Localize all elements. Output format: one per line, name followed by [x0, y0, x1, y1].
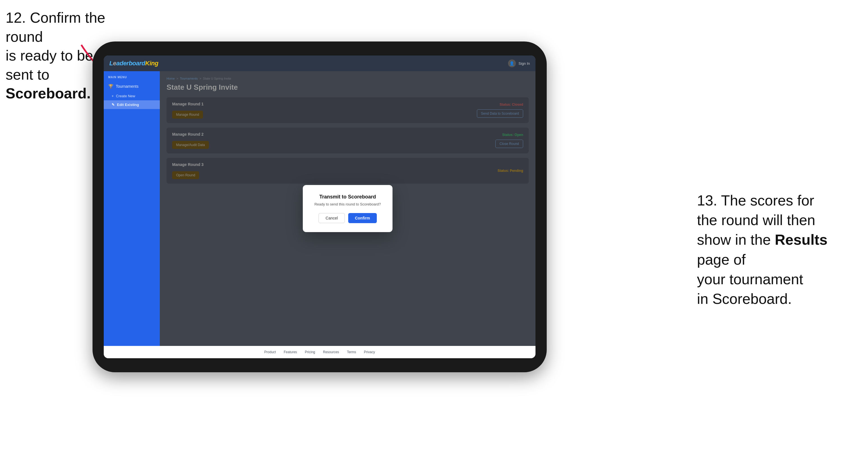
footer-resources[interactable]: Resources	[323, 350, 339, 354]
app-body: MAIN MENU 🏆 Tournaments + Create New ✎ E…	[104, 71, 535, 346]
sidebar-edit-label: Edit Existing	[117, 102, 139, 107]
footer-privacy[interactable]: Privacy	[364, 350, 375, 354]
instruction-line1: 12. Confirm the round	[6, 9, 105, 45]
instruction-bottom-line3: show in the	[697, 231, 771, 248]
sidebar-item-tournaments[interactable]: 🏆 Tournaments	[104, 81, 160, 92]
sidebar-create-label: Create New	[116, 94, 135, 98]
footer-terms[interactable]: Terms	[347, 350, 356, 354]
modal-subtitle: Ready to send this round to Scoreboard?	[313, 202, 382, 206]
instruction-bottom-line4: page of	[697, 251, 746, 268]
instruction-bottom-line1: 13. The scores for	[697, 192, 814, 209]
instruction-bottom-line2: the round will then	[697, 212, 815, 228]
sidebar-tournaments-label: Tournaments	[116, 84, 138, 89]
instruction-bottom: 13. The scores for the round will then s…	[697, 191, 860, 309]
confirm-button[interactable]: Confirm	[348, 213, 377, 223]
avatar: 👤	[508, 59, 516, 67]
tablet-frame: LeaderboardKing 👤 Sign In MAIN MENU 🏆 To…	[93, 41, 547, 372]
header-right: 👤 Sign In	[508, 59, 530, 67]
sidebar: MAIN MENU 🏆 Tournaments + Create New ✎ E…	[104, 71, 160, 346]
app-header: LeaderboardKing 👤 Sign In	[104, 56, 535, 71]
sidebar-section-label: MAIN MENU	[104, 71, 160, 81]
cancel-button[interactable]: Cancel	[318, 213, 345, 223]
footer-features[interactable]: Features	[284, 350, 297, 354]
plus-icon: +	[112, 94, 114, 98]
trophy-icon: 🏆	[108, 84, 114, 89]
content-area: Home > Tournaments > State U Spring Invi…	[160, 71, 535, 346]
modal-buttons: Cancel Confirm	[313, 213, 382, 223]
instruction-line3: Scoreboard.	[6, 85, 91, 101]
sign-in-button[interactable]: Sign In	[519, 61, 530, 66]
instruction-bottom-line5: your tournament	[697, 271, 803, 287]
sign-in-label: Sign In	[519, 61, 530, 66]
app-footer: Product Features Pricing Resources Terms…	[104, 346, 535, 358]
modal-overlay: Transmit to Scoreboard Ready to send thi…	[160, 71, 535, 346]
modal-title: Transmit to Scoreboard	[313, 194, 382, 200]
instruction-line2: is ready to be sent to	[6, 48, 93, 83]
edit-icon: ✎	[112, 102, 115, 107]
logo-area: LeaderboardKing	[109, 60, 158, 67]
sidebar-item-edit-existing[interactable]: ✎ Edit Existing	[104, 100, 160, 109]
footer-pricing[interactable]: Pricing	[305, 350, 315, 354]
instruction-bottom-bold: Results	[775, 231, 828, 248]
tablet-screen: LeaderboardKing 👤 Sign In MAIN MENU 🏆 To…	[104, 56, 535, 358]
sidebar-item-create-new[interactable]: + Create New	[104, 92, 160, 100]
footer-product[interactable]: Product	[265, 350, 276, 354]
instruction-bottom-line6: in Scoreboard.	[697, 291, 792, 307]
modal-box: Transmit to Scoreboard Ready to send thi…	[303, 185, 393, 232]
app-logo: LeaderboardKing	[109, 60, 158, 67]
